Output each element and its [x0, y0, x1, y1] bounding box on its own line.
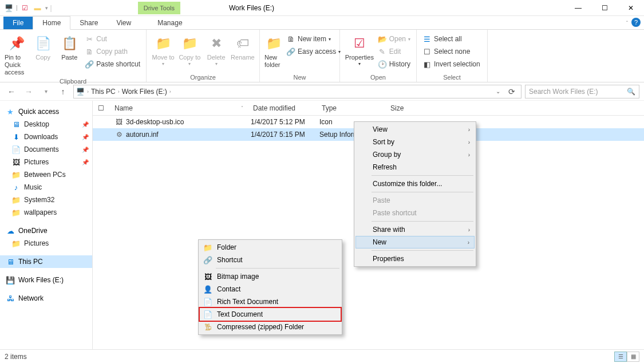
ctx-new-folder[interactable]: 📁Folder — [200, 241, 341, 254]
sidebar-item-wallpapers[interactable]: 📁wallpapers — [0, 206, 92, 219]
new-item-button[interactable]: 🗎New item ▾ — [284, 33, 343, 45]
tab-home[interactable]: Home — [33, 16, 70, 30]
maximize-button[interactable]: ☐ — [591, 0, 618, 16]
context-submenu-new: 📁Folder 🔗Shortcut 🖼Bitmap image 👤Contact… — [198, 239, 342, 335]
refresh-button[interactable]: ⟳ — [505, 87, 519, 96]
chevron-right-icon: › — [468, 239, 469, 246]
collapse-ribbon-icon[interactable]: ˆ — [626, 21, 628, 27]
sidebar-item-pictures[interactable]: 🖼Pictures📌 — [0, 156, 92, 168]
select-none-button[interactable]: ☐Select none — [420, 46, 483, 57]
col-size[interactable]: Size — [386, 104, 449, 112]
sidebar-item-music[interactable]: ♪Music — [0, 181, 92, 194]
ctx-new-txt[interactable]: 📄Text Document — [200, 308, 341, 321]
tab-share[interactable]: Share — [70, 17, 107, 29]
search-input[interactable] — [529, 88, 627, 96]
address-dropdown-icon[interactable]: ⌄ — [493, 88, 503, 94]
ctx-new-shortcut[interactable]: 🔗Shortcut — [200, 254, 341, 266]
search-box[interactable]: 🔍 — [525, 85, 639, 98]
ctx-sortby[interactable]: Sort by› — [355, 136, 475, 148]
ctx-paste[interactable]: Paste — [355, 194, 475, 207]
pin-icon: 📌 — [7, 34, 26, 53]
ctx-new-bitmap[interactable]: 🖼Bitmap image — [200, 270, 341, 283]
column-headers: ☐ Name˄ Date modified Type Size — [93, 101, 644, 116]
bitmap-icon: 🖼 — [203, 272, 212, 281]
tab-view[interactable]: View — [107, 17, 140, 29]
copy-label: Copy — [35, 54, 50, 61]
help-icon[interactable]: ? — [631, 18, 641, 27]
qat-newfolder-icon[interactable]: ▬ — [33, 3, 43, 13]
ctx-groupby[interactable]: Group by› — [355, 148, 475, 161]
ctx-pasteshortcut[interactable]: Paste shortcut — [355, 207, 475, 219]
new-folder-button[interactable]: 📁New folder — [263, 33, 284, 70]
navigation-pane[interactable]: ★Quick access 🖥Desktop📌 ⬇Downloads📌 📄Doc… — [0, 101, 93, 349]
sidebar-onedrive[interactable]: ☁OneDrive — [0, 224, 92, 237]
view-large-button[interactable]: ▦ — [627, 352, 639, 362]
ctx-new-contact[interactable]: 👤Contact — [200, 283, 341, 295]
ctx-new[interactable]: New› — [355, 236, 475, 248]
move-to-button[interactable]: 📁Move to▾ — [150, 33, 176, 68]
properties-button[interactable]: ☑Properties▾ — [343, 33, 376, 68]
sidebar-quickaccess[interactable]: ★Quick access — [0, 105, 92, 118]
sidebar-item-documents[interactable]: 📄Documents📌 — [0, 143, 92, 156]
col-date[interactable]: Date modified — [248, 104, 317, 112]
address-bar[interactable]: 🖥️ › This PC › Work Files (E:) › ⌄ ⟳ — [73, 85, 521, 98]
pin-quick-access-button[interactable]: 📌 Pin to Quick access — [3, 33, 30, 78]
sidebar-item-onedrive-pictures[interactable]: 📁Pictures — [0, 237, 92, 250]
paste-button[interactable]: 📋 Paste — [56, 33, 82, 62]
sidebar-thispc[interactable]: 🖥This PC — [0, 255, 92, 268]
forward-button[interactable]: → — [22, 87, 35, 96]
copy-path-button[interactable]: 🗎Copy path — [82, 46, 143, 57]
col-type[interactable]: Type — [317, 104, 386, 112]
sidebar-item-system32[interactable]: 📁System32 — [0, 194, 92, 206]
sidebar-network[interactable]: 🖧Network — [0, 292, 92, 305]
easy-access-button[interactable]: 🔗Easy access ▾ — [284, 46, 343, 57]
ctx-new-rtf[interactable]: 📄Rich Text Document — [200, 295, 341, 308]
cut-button[interactable]: ✂Cut — [82, 33, 143, 45]
search-icon: 🔍 — [627, 88, 635, 96]
back-button[interactable]: ← — [5, 87, 18, 96]
ctx-refresh[interactable]: Refresh — [355, 161, 475, 173]
delete-button[interactable]: ✖Delete▾ — [203, 33, 230, 68]
open-button[interactable]: 📂Open ▾ — [376, 33, 413, 45]
view-details-button[interactable]: ☰ — [614, 352, 627, 362]
ctx-view[interactable]: View› — [355, 123, 475, 136]
copy-to-button[interactable]: 📁Copy to▾ — [176, 33, 203, 68]
sidebar-workfiles[interactable]: 💾Work Files (E:) — [0, 274, 92, 286]
minimize-button[interactable]: — — [565, 0, 591, 16]
paste-label: Paste — [61, 54, 77, 61]
desktop-icon: 🖥 — [11, 120, 21, 129]
rename-button[interactable]: 🏷Rename — [230, 33, 256, 62]
recent-locations-button[interactable]: ▾ — [39, 88, 53, 94]
tab-file[interactable]: File — [3, 17, 33, 29]
txt-icon: 📄 — [203, 310, 212, 319]
copy-button[interactable]: 📄 Copy — [30, 33, 56, 62]
cut-icon: ✂ — [85, 34, 94, 44]
newitem-icon: 🗎 — [286, 34, 295, 44]
copypath-icon: 🗎 — [85, 47, 94, 56]
paste-shortcut-button[interactable]: 🔗Paste shortcut — [82, 58, 143, 70]
edit-icon: ✎ — [378, 47, 387, 56]
qat-properties-icon[interactable]: ☑ — [20, 3, 30, 13]
edit-button[interactable]: ✎Edit — [376, 46, 413, 57]
crumb-drive[interactable]: Work Files (E:) — [122, 88, 167, 96]
ctx-customize[interactable]: Customize this folder... — [355, 177, 475, 190]
sidebar-item-downloads[interactable]: ⬇Downloads📌 — [0, 131, 92, 143]
select-all-button[interactable]: ☰Select all — [420, 33, 483, 45]
history-button[interactable]: 🕑History — [376, 58, 413, 70]
ctx-new-zip[interactable]: 🗜Compressed (zipped) Folder — [200, 321, 341, 333]
sidebar-item-desktop[interactable]: 🖥Desktop📌 — [0, 118, 92, 131]
ctx-properties[interactable]: Properties — [355, 252, 475, 265]
drive-tools-tab[interactable]: Drive Tools — [138, 2, 180, 14]
close-button[interactable]: ✕ — [618, 0, 644, 16]
sidebar-item-betweenpcs[interactable]: 📁Between PCs — [0, 168, 92, 181]
chevron-right-icon: › — [468, 152, 470, 158]
col-checkbox[interactable]: ☐ — [93, 104, 110, 112]
tab-manage[interactable]: Manage — [148, 17, 191, 29]
crumb-thispc[interactable]: This PC — [91, 88, 116, 96]
window-title: Work Files (E:) — [229, 4, 274, 12]
col-name[interactable]: Name˄ — [110, 104, 248, 112]
up-button[interactable]: ↑ — [56, 87, 70, 96]
ctx-sharewith[interactable]: Share with› — [355, 223, 475, 236]
invert-icon: ◧ — [422, 60, 432, 69]
invert-selection-button[interactable]: ◧Invert selection — [420, 58, 483, 70]
